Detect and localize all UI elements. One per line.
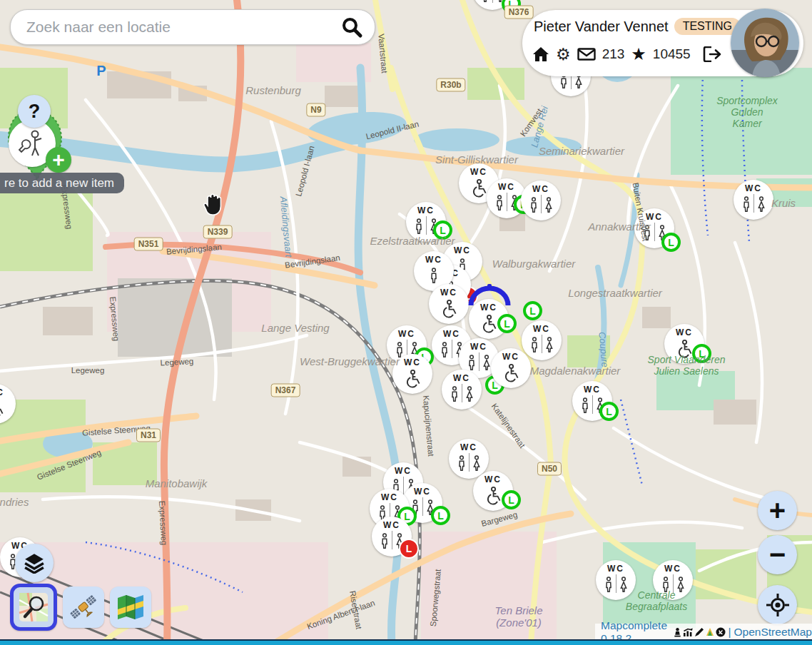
map-label: Rustenburg [245,84,301,96]
fig-man [457,453,467,473]
help-button[interactable]: ? [18,95,51,128]
status-badge-green: L [661,233,681,252]
wc-marker-label: WC [454,245,471,255]
wc-marker[interactable]: WC [734,180,773,220]
search-input[interactable] [11,19,340,36]
mail-icon[interactable] [577,48,596,61]
road-shield: N31 [136,429,161,442]
attribution-bar: Mapcomplete 0.18.2 | OpenStreetMap [595,624,812,640]
wc-marker[interactable]: WCL [372,517,412,557]
search-icon[interactable] [340,16,363,39]
wc-marker[interactable]: WC [429,284,469,324]
wc-marker-label: WC [502,352,519,362]
map-label: Kapucijnenstraat [421,395,436,457]
status-badge-green: L [599,402,619,421]
map-label: Walburgakwartier [492,258,575,270]
map-label: Leopold I-laan [294,145,317,198]
status-badge-green: L [692,344,711,363]
wc-marker-label: WC [533,324,550,334]
wc-marker[interactable]: WCL [634,208,674,248]
geolocate-button[interactable] [758,585,797,624]
map-label: Gistelse Steenweg [36,448,103,482]
wc-marker-label: WC [664,564,681,574]
zoom-out-button[interactable]: − [758,535,797,574]
style-osm-carto-button[interactable] [10,584,57,631]
map-label: ndries [0,496,29,508]
wc-marker[interactable]: WC [596,560,636,600]
wc-marker[interactable]: WC [442,370,482,410]
fig-woman [619,574,629,594]
fig-man [529,335,539,355]
fig-man [467,352,477,372]
fig-man [450,384,460,404]
add-plus-button[interactable]: + [46,147,71,173]
changesets-count: 10455 [653,46,691,62]
style-map-button[interactable] [110,586,151,628]
map-label: Seminariekwartier [539,145,624,157]
fig-wheel [484,485,502,505]
wc-marker-label: WC [646,212,663,222]
wc-marker-label: WC [381,492,398,502]
statistics-icon[interactable] [683,627,694,637]
map-label: Gistelse Steenweg [82,424,151,438]
status-badge-green: L [497,314,517,333]
layers-button[interactable] [15,544,54,582]
home-icon[interactable] [532,46,549,62]
status-badge-green: L [523,301,542,320]
user-name[interactable]: Pieter Vander Vennet [534,19,669,35]
zoom-in-button[interactable]: + [758,491,797,530]
wc-marker-label: WC [398,329,415,339]
avatar[interactable] [731,9,799,77]
wc-marker[interactable]: WC [392,354,432,394]
map-label: Expressweg [157,500,168,545]
logout-icon[interactable] [703,46,721,62]
status-badge-green: L [431,506,450,525]
osm-carto-icon [18,591,49,623]
theme-logo-icon[interactable] [705,627,715,637]
map-label: Manitobawijk [146,477,208,489]
road-shield: N9 [306,103,325,117]
pencil-icon[interactable] [694,627,704,637]
fig-man [414,216,424,236]
wc-marker[interactable]: WC [653,560,693,600]
statue-icon[interactable] [673,627,682,637]
fig-man [604,574,614,594]
wc-marker[interactable]: WCL [472,0,512,10]
map-label: West-Bruggekwartier [300,355,400,367]
wc-marker-label: WC [404,357,421,367]
openstreetmap-link[interactable]: OpenStreetMap [734,626,812,639]
wc-marker[interactable]: WCL [572,381,612,421]
wc-marker-label: WC [395,466,412,476]
fig-wheel [502,362,519,382]
road-shield: N339 [203,225,233,239]
wc-marker[interactable]: WC [521,181,561,220]
road-shield: N367 [271,384,300,397]
map-label: Magdalenakwartier [530,365,621,377]
wc-marker[interactable]: WCL [664,324,704,364]
map-label: Vaartstraat [376,34,389,73]
status-badge-green: L [502,490,521,509]
fig-man [440,340,450,360]
style-satellite-button[interactable] [63,586,104,628]
wc-marker[interactable]: WC [0,384,16,424]
wc-marker[interactable]: WCL [473,471,513,511]
fig-man [494,193,504,213]
star-icon[interactable]: ★ [631,44,646,64]
gear-icon[interactable]: ⚙ [556,45,571,64]
attribution-icons [673,627,726,637]
status-badge-green: L [433,220,452,240]
map-label: Coupure [596,332,609,368]
wc-marker[interactable]: WCL [406,202,446,242]
crosshair-icon [766,593,790,617]
wc-marker[interactable]: WC [522,320,562,360]
wc-marker-label: WC [470,342,487,352]
map-label: Afleidingsvaart [278,196,293,258]
fig-woman [544,335,554,355]
fig-man [380,531,390,551]
community-icon[interactable] [716,627,726,637]
wc-marker-label: WC [443,329,460,339]
wc-marker[interactable]: WC [491,348,531,388]
map-label: Spoorwegstraat [429,569,443,626]
map-label: P [96,63,106,79]
wc-marker-label: WC [676,327,693,337]
